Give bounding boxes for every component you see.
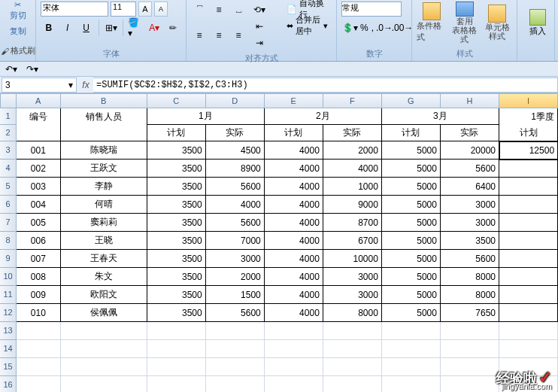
header-cell[interactable]: 实际 xyxy=(441,125,499,141)
empty-cell[interactable] xyxy=(499,322,558,340)
header-cell[interactable]: 2月 xyxy=(265,108,382,125)
data-cell[interactable]: 002 xyxy=(17,160,61,178)
undo-button[interactable]: ↶▾ xyxy=(3,61,20,77)
data-cell[interactable]: 3500 xyxy=(147,250,206,268)
data-cell[interactable]: 2000 xyxy=(323,141,382,160)
header-cell[interactable]: 计划 xyxy=(265,125,323,141)
empty-cell[interactable] xyxy=(147,322,206,340)
row-header[interactable]: 4 xyxy=(0,160,17,178)
align-center-button[interactable]: ≡ xyxy=(211,27,227,44)
empty-cell[interactable] xyxy=(323,322,382,340)
empty-cell[interactable] xyxy=(441,376,499,392)
data-cell[interactable]: 9000 xyxy=(323,196,382,214)
col-header[interactable]: G xyxy=(382,93,441,108)
empty-cell[interactable] xyxy=(323,376,382,392)
col-header[interactable]: C xyxy=(147,93,206,108)
empty-cell[interactable] xyxy=(61,322,147,340)
row-header[interactable]: 14 xyxy=(0,340,17,358)
row-header[interactable]: 5 xyxy=(0,178,17,196)
data-cell[interactable]: 5600 xyxy=(441,250,499,268)
data-cell[interactable]: 3500 xyxy=(147,196,206,214)
data-cell[interactable] xyxy=(499,232,558,250)
data-cell[interactable]: 3000 xyxy=(441,214,499,232)
number-format-select[interactable]: 常规 xyxy=(341,2,402,17)
grow-font-button[interactable]: A xyxy=(138,2,152,17)
empty-cell[interactable] xyxy=(382,358,441,376)
col-header[interactable]: D xyxy=(206,93,265,108)
data-cell[interactable]: 010 xyxy=(17,304,61,322)
empty-cell[interactable] xyxy=(265,358,323,376)
data-cell[interactable]: 007 xyxy=(17,250,61,268)
indent-dec-button[interactable]: ⇤ xyxy=(251,18,268,35)
data-cell[interactable]: 4000 xyxy=(323,160,382,178)
data-cell[interactable]: 4000 xyxy=(265,304,323,322)
data-cell[interactable]: 10000 xyxy=(323,250,382,268)
data-cell[interactable]: 8000 xyxy=(441,286,499,304)
data-cell[interactable]: 8000 xyxy=(323,304,382,322)
bold-button[interactable]: B xyxy=(41,20,57,36)
data-cell[interactable]: 4000 xyxy=(265,141,323,160)
data-cell[interactable]: 4000 xyxy=(265,214,323,232)
align-left-button[interactable]: ≡ xyxy=(191,27,208,44)
data-cell[interactable]: 1000 xyxy=(323,178,382,196)
format-painter-button[interactable]: 🖌格式刷 xyxy=(0,41,35,62)
italic-button[interactable]: I xyxy=(59,20,76,36)
data-cell[interactable]: 5000 xyxy=(382,196,441,214)
data-cell[interactable]: 8700 xyxy=(323,214,382,232)
data-cell[interactable]: 3500 xyxy=(147,141,206,160)
align-middle-button[interactable]: ≡ xyxy=(211,2,227,18)
data-cell[interactable]: 001 xyxy=(17,141,61,160)
empty-cell[interactable] xyxy=(441,322,499,340)
col-header[interactable]: A xyxy=(17,93,61,108)
header-cell[interactable]: 销售人员 xyxy=(61,108,147,125)
data-cell[interactable]: 3500 xyxy=(147,178,206,196)
data-cell[interactable]: 12500 xyxy=(499,141,558,160)
header-cell[interactable] xyxy=(61,125,147,141)
data-cell[interactable]: 3000 xyxy=(441,196,499,214)
empty-cell[interactable] xyxy=(499,340,558,358)
data-cell[interactable]: 7000 xyxy=(206,232,265,250)
col-header[interactable]: B xyxy=(61,93,147,108)
data-cell[interactable]: 4000 xyxy=(265,178,323,196)
phonetic-button[interactable]: ✏ xyxy=(165,20,181,36)
empty-cell[interactable] xyxy=(61,358,147,376)
border-button[interactable]: ⊞▾ xyxy=(103,20,120,36)
empty-cell[interactable] xyxy=(441,358,499,376)
data-cell[interactable]: 7650 xyxy=(441,304,499,322)
cell-styles-button[interactable]: 单元格 样式 xyxy=(482,2,512,44)
name-box[interactable]: 3 ▾ xyxy=(2,77,77,93)
data-cell[interactable]: 2000 xyxy=(206,268,265,286)
row-header[interactable]: 3 xyxy=(0,141,17,160)
header-cell[interactable]: 编号 xyxy=(17,108,61,125)
data-cell[interactable]: 李静 xyxy=(61,178,147,196)
data-cell[interactable]: 3500 xyxy=(147,286,206,304)
data-cell[interactable]: 5000 xyxy=(382,141,441,160)
select-all-button[interactable] xyxy=(0,93,17,108)
data-cell[interactable]: 6700 xyxy=(323,232,382,250)
cut-button[interactable]: ✂剪切 xyxy=(0,0,35,21)
empty-cell[interactable] xyxy=(441,340,499,358)
header-cell[interactable]: 计划 xyxy=(147,125,206,141)
data-cell[interactable]: 3500 xyxy=(147,214,206,232)
empty-cell[interactable] xyxy=(206,322,265,340)
header-cell[interactable]: 计划 xyxy=(499,125,558,141)
data-cell[interactable]: 8900 xyxy=(206,160,265,178)
data-cell[interactable]: 5600 xyxy=(206,214,265,232)
data-cell[interactable]: 4000 xyxy=(265,196,323,214)
data-cell[interactable]: 王春天 xyxy=(61,250,147,268)
data-cell[interactable]: 5000 xyxy=(382,232,441,250)
data-cell[interactable] xyxy=(499,178,558,196)
empty-cell[interactable] xyxy=(265,376,323,392)
data-cell[interactable]: 4000 xyxy=(265,250,323,268)
empty-cell[interactable] xyxy=(61,340,147,358)
row-header[interactable]: 15 xyxy=(0,358,17,376)
inc-decimal-button[interactable]: .0→ xyxy=(376,20,393,36)
format-as-table-button[interactable]: 套用 表格格式 xyxy=(450,2,480,44)
empty-cell[interactable] xyxy=(265,322,323,340)
header-cell[interactable] xyxy=(17,125,61,141)
empty-cell[interactable] xyxy=(323,358,382,376)
data-cell[interactable]: 5000 xyxy=(382,178,441,196)
align-right-button[interactable]: ≡ xyxy=(230,27,247,44)
data-cell[interactable] xyxy=(499,160,558,178)
data-cell[interactable]: 4000 xyxy=(206,196,265,214)
